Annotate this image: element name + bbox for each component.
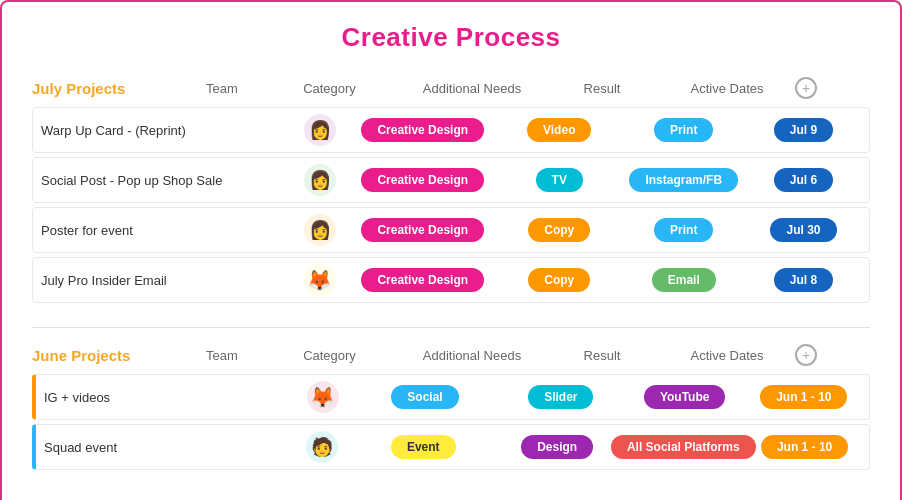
july-row-2-additional: Copy bbox=[497, 218, 622, 242]
july-row-3-result: Email bbox=[622, 268, 747, 292]
july-row-1-team: 👩 bbox=[291, 164, 348, 196]
additional-badge[interactable]: Video bbox=[527, 118, 591, 142]
july-row-0-additional: Video bbox=[497, 118, 622, 142]
june-section-title: June Projects bbox=[32, 347, 192, 364]
july-row-2-dates: Jul 30 bbox=[746, 218, 861, 242]
result-badge[interactable]: Print bbox=[654, 118, 713, 142]
july-row-0-category: Creative Design bbox=[348, 118, 496, 142]
june-row-1-category: Event bbox=[350, 435, 496, 459]
july-row-0-result: Print bbox=[622, 118, 747, 142]
additional-badge[interactable]: Copy bbox=[528, 268, 590, 292]
date-badge[interactable]: Jul 6 bbox=[774, 168, 833, 192]
july-col-category: Category bbox=[252, 81, 407, 96]
july-row-2-result: Print bbox=[622, 218, 747, 242]
june-col-dates: Active Dates bbox=[667, 348, 787, 363]
table-row: Social Post - Pop up Shop Sale 👩 Creativ… bbox=[32, 157, 870, 203]
june-header-row: June Projects Team Category Additional N… bbox=[32, 344, 870, 366]
category-badge[interactable]: Creative Design bbox=[361, 118, 484, 142]
category-badge[interactable]: Creative Design bbox=[361, 168, 484, 192]
avatar: 🦊 bbox=[304, 264, 336, 296]
table-row: Squad event 🧑 Event Design All Social Pl… bbox=[32, 424, 870, 470]
result-badge[interactable]: Print bbox=[654, 218, 713, 242]
july-section-title: July Projects bbox=[32, 80, 192, 97]
june-row-0-category: Social bbox=[351, 385, 499, 409]
june-col-category: Category bbox=[252, 348, 407, 363]
july-row-0-team: 👩 bbox=[291, 114, 348, 146]
june-add-button[interactable]: + bbox=[795, 344, 817, 366]
category-badge[interactable]: Creative Design bbox=[361, 218, 484, 242]
avatar: 👩 bbox=[304, 164, 336, 196]
july-row-1-name: Social Post - Pop up Shop Sale bbox=[41, 173, 291, 188]
table-row: Poster for event 👩 Creative Design Copy … bbox=[32, 207, 870, 253]
result-badge[interactable]: YouTube bbox=[644, 385, 726, 409]
july-col-headers: Team Category Additional Needs Result Ac… bbox=[192, 77, 870, 99]
additional-badge[interactable]: Slider bbox=[528, 385, 593, 409]
additional-badge[interactable]: Copy bbox=[528, 218, 590, 242]
june-row-1-team: 🧑 bbox=[294, 431, 350, 463]
result-badge[interactable]: Email bbox=[652, 268, 716, 292]
avatar: 👩 bbox=[304, 214, 336, 246]
july-row-1-result: Instagram/FB bbox=[622, 168, 747, 192]
avatar: 🧑 bbox=[306, 431, 338, 463]
june-row-0-dates: Jun 1 - 10 bbox=[747, 385, 861, 409]
june-table-rows: IG + videos 🦊 Social Slider YouTube Jun … bbox=[32, 374, 870, 470]
category-badge[interactable]: Event bbox=[391, 435, 456, 459]
july-col-dates: Active Dates bbox=[667, 81, 787, 96]
july-col-result: Result bbox=[537, 81, 667, 96]
category-badge[interactable]: Creative Design bbox=[361, 268, 484, 292]
avatar: 🦊 bbox=[307, 381, 339, 413]
july-row-3-name: July Pro Insider Email bbox=[41, 273, 291, 288]
july-add-button[interactable]: + bbox=[795, 77, 817, 99]
june-col-headers: Team Category Additional Needs Result Ac… bbox=[192, 344, 870, 366]
result-badge[interactable]: All Social Platforms bbox=[611, 435, 756, 459]
additional-badge[interactable]: TV bbox=[536, 168, 583, 192]
june-row-0-result: YouTube bbox=[623, 385, 747, 409]
july-add-col: + bbox=[787, 77, 817, 99]
date-badge[interactable]: Jun 1 - 10 bbox=[761, 435, 848, 459]
july-row-2-name: Poster for event bbox=[41, 223, 291, 238]
june-row-0-name: IG + videos bbox=[44, 390, 294, 405]
july-section: July Projects Team Category Additional N… bbox=[32, 77, 870, 303]
june-col-team: Team bbox=[192, 348, 252, 363]
july-row-1-category: Creative Design bbox=[348, 168, 496, 192]
july-col-additional: Additional Needs bbox=[407, 81, 537, 96]
july-row-3-dates: Jul 8 bbox=[746, 268, 861, 292]
june-section: June Projects Team Category Additional N… bbox=[32, 344, 870, 470]
june-col-additional: Additional Needs bbox=[407, 348, 537, 363]
july-header-row: July Projects Team Category Additional N… bbox=[32, 77, 870, 99]
avatar: 👩 bbox=[304, 114, 336, 146]
july-row-0-name: Warp Up Card - (Reprint) bbox=[41, 123, 291, 138]
date-badge[interactable]: Jul 30 bbox=[770, 218, 836, 242]
page-title: Creative Process bbox=[32, 22, 870, 53]
june-row-1-name: Squad event bbox=[44, 440, 294, 455]
result-badge[interactable]: Instagram/FB bbox=[629, 168, 738, 192]
july-row-2-category: Creative Design bbox=[348, 218, 496, 242]
table-row: July Pro Insider Email 🦊 Creative Design… bbox=[32, 257, 870, 303]
date-badge[interactable]: Jul 8 bbox=[774, 268, 833, 292]
june-row-0-team: 🦊 bbox=[294, 381, 351, 413]
june-add-col: + bbox=[787, 344, 817, 366]
date-badge[interactable]: Jun 1 - 10 bbox=[760, 385, 847, 409]
july-row-1-additional: TV bbox=[497, 168, 622, 192]
section-divider bbox=[32, 327, 870, 328]
july-row-0-dates: Jul 9 bbox=[746, 118, 861, 142]
july-row-2-team: 👩 bbox=[291, 214, 348, 246]
july-row-3-category: Creative Design bbox=[348, 268, 496, 292]
july-col-team: Team bbox=[192, 81, 252, 96]
june-row-1-dates: Jun 1 - 10 bbox=[748, 435, 861, 459]
june-col-result: Result bbox=[537, 348, 667, 363]
table-row: Warp Up Card - (Reprint) 👩 Creative Desi… bbox=[32, 107, 870, 153]
date-badge[interactable]: Jul 9 bbox=[774, 118, 833, 142]
june-row-0-additional: Slider bbox=[499, 385, 623, 409]
june-row-1-additional: Design bbox=[496, 435, 618, 459]
june-row-1-result: All Social Platforms bbox=[618, 435, 748, 459]
july-table-rows: Warp Up Card - (Reprint) 👩 Creative Desi… bbox=[32, 107, 870, 303]
july-row-1-dates: Jul 6 bbox=[746, 168, 861, 192]
july-row-3-additional: Copy bbox=[497, 268, 622, 292]
category-badge[interactable]: Social bbox=[391, 385, 458, 409]
additional-badge[interactable]: Design bbox=[521, 435, 593, 459]
table-row: IG + videos 🦊 Social Slider YouTube Jun … bbox=[32, 374, 870, 420]
july-row-3-team: 🦊 bbox=[291, 264, 348, 296]
